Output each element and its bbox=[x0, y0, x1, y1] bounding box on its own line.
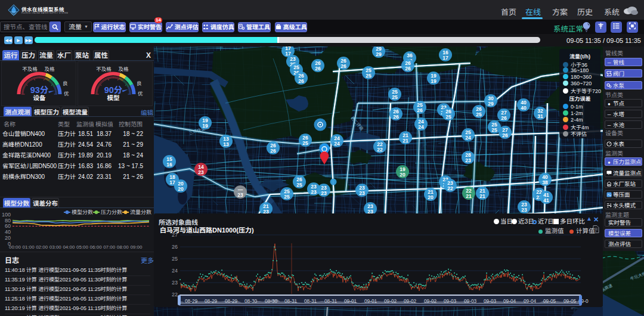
svg-text:19: 19 bbox=[202, 123, 208, 129]
svg-text:26: 26 bbox=[315, 66, 321, 72]
svg-text:26: 26 bbox=[502, 132, 508, 138]
svg-text:设备: 设备 bbox=[33, 94, 46, 101]
svg-text:04:00: 04:00 bbox=[63, 244, 75, 250]
svg-text:23: 23 bbox=[521, 207, 527, 213]
svg-text:41: 41 bbox=[543, 197, 549, 203]
svg-text:07:00: 07:00 bbox=[103, 244, 116, 250]
svg-text:05:00: 05:00 bbox=[76, 244, 89, 250]
svg-text:20: 20 bbox=[178, 186, 184, 192]
svg-text:26: 26 bbox=[501, 115, 507, 121]
svg-text:26: 26 bbox=[172, 244, 178, 250]
svg-text:27: 27 bbox=[172, 232, 178, 238]
svg-text:压力分数: 压力分数 bbox=[101, 209, 122, 215]
svg-text:38: 38 bbox=[542, 179, 548, 185]
svg-text:流量分数: 流量分数 bbox=[130, 209, 151, 215]
svg-text:25: 25 bbox=[392, 94, 398, 100]
svg-text:25: 25 bbox=[366, 73, 371, 79]
svg-text:26: 26 bbox=[417, 107, 423, 113]
svg-text:06:00: 06:00 bbox=[90, 244, 103, 250]
svg-text:03:00: 03:00 bbox=[49, 244, 62, 250]
svg-text:优: 优 bbox=[64, 91, 69, 97]
svg-text:100: 100 bbox=[2, 212, 11, 218]
svg-text:模型: 模型 bbox=[107, 94, 120, 101]
svg-text:22: 22 bbox=[447, 185, 453, 191]
svg-text:40: 40 bbox=[521, 105, 527, 111]
svg-text:00:00: 00:00 bbox=[9, 244, 21, 250]
svg-text:40: 40 bbox=[5, 229, 11, 235]
svg-text:23: 23 bbox=[311, 189, 317, 195]
svg-text:80: 80 bbox=[5, 218, 11, 224]
svg-text:25: 25 bbox=[445, 114, 451, 120]
svg-text:31: 31 bbox=[537, 113, 543, 119]
svg-text:26: 26 bbox=[393, 114, 399, 120]
svg-text:17: 17 bbox=[442, 55, 448, 61]
svg-text:25: 25 bbox=[476, 111, 482, 117]
svg-text:19: 19 bbox=[431, 78, 436, 84]
svg-text:不及格: 不及格 bbox=[22, 66, 38, 72]
svg-text:20: 20 bbox=[400, 172, 405, 178]
svg-text:24: 24 bbox=[418, 124, 424, 130]
svg-text:24: 24 bbox=[465, 135, 471, 141]
svg-text:25: 25 bbox=[491, 127, 497, 133]
svg-text:23: 23 bbox=[237, 192, 243, 198]
svg-text:08:00: 08:00 bbox=[117, 244, 129, 250]
svg-text:23: 23 bbox=[172, 280, 178, 286]
svg-text:25: 25 bbox=[302, 140, 308, 146]
svg-text:23: 23 bbox=[321, 190, 327, 196]
svg-text:模型分数: 模型分数 bbox=[72, 209, 93, 215]
svg-text:良: 良 bbox=[63, 80, 68, 86]
svg-text:26: 26 bbox=[298, 78, 304, 84]
svg-text:良: 良 bbox=[137, 80, 142, 86]
svg-text:25: 25 bbox=[172, 256, 178, 262]
svg-text:20: 20 bbox=[428, 194, 434, 200]
svg-text:20: 20 bbox=[5, 235, 11, 241]
svg-text:09:00: 09:00 bbox=[130, 244, 143, 250]
svg-text:22: 22 bbox=[172, 292, 178, 298]
svg-text:25: 25 bbox=[296, 182, 302, 188]
svg-text:及格: 及格 bbox=[118, 66, 129, 72]
svg-text:02:00: 02:00 bbox=[36, 244, 48, 250]
svg-text:26: 26 bbox=[340, 63, 346, 69]
svg-text:26: 26 bbox=[270, 148, 276, 154]
svg-text:13: 13 bbox=[223, 141, 229, 147]
svg-text:01:00: 01:00 bbox=[23, 244, 35, 250]
svg-text:及格: 及格 bbox=[44, 66, 55, 72]
svg-text:24: 24 bbox=[172, 268, 178, 274]
svg-text:22: 22 bbox=[377, 147, 383, 153]
svg-text:21: 21 bbox=[479, 193, 485, 199]
svg-text:29: 29 bbox=[376, 51, 382, 57]
svg-text:优: 优 bbox=[138, 91, 143, 97]
svg-text:不及格: 不及格 bbox=[96, 66, 112, 72]
svg-text:24: 24 bbox=[334, 141, 340, 147]
svg-text:16: 16 bbox=[166, 162, 172, 168]
svg-text:21: 21 bbox=[402, 138, 408, 144]
svg-text:23: 23 bbox=[198, 169, 204, 175]
svg-text:21: 21 bbox=[466, 193, 472, 199]
svg-text:26: 26 bbox=[405, 66, 411, 72]
svg-text:23: 23 bbox=[465, 157, 471, 163]
svg-text:23: 23 bbox=[359, 190, 365, 196]
svg-text:25: 25 bbox=[284, 194, 290, 200]
svg-text:29: 29 bbox=[488, 101, 494, 107]
svg-text:60: 60 bbox=[5, 223, 11, 229]
